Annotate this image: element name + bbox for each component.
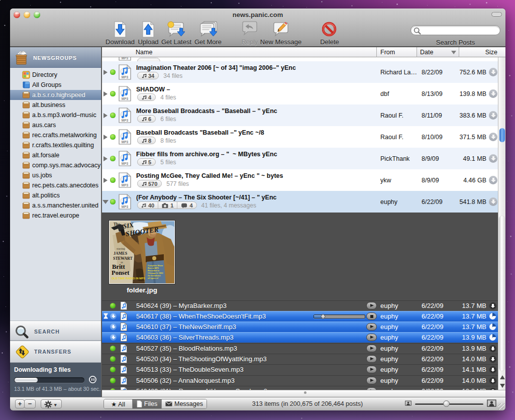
svg-text:STEWART: STEWART (113, 256, 133, 261)
svg-text:SIX: SIX (123, 221, 134, 230)
svg-text:starring: starring (117, 247, 125, 250)
svg-text:all types of: all types of (148, 277, 159, 279)
svg-text:The: The (114, 222, 120, 227)
svg-text:OLD TIME RADIO IN MP3: OLD TIME RADIO IN MP3 (112, 277, 145, 280)
svg-text:JAMES: JAMES (114, 251, 128, 256)
svg-text:Ponset: Ponset (112, 269, 130, 276)
